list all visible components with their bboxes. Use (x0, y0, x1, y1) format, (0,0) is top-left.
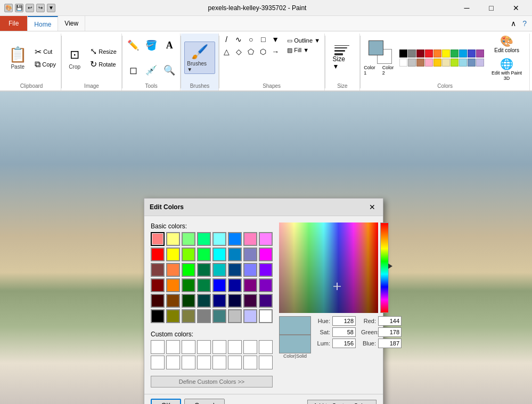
shape-arrow[interactable]: → (269, 46, 281, 57)
palette-color-top-8[interactable] (468, 50, 476, 57)
color-picker-button[interactable]: 💉 (143, 62, 160, 78)
custom-color-8[interactable] (151, 356, 165, 369)
help-icon[interactable]: ? (519, 18, 530, 29)
tab-file[interactable]: File (0, 16, 28, 31)
palette-color-bottom-5[interactable] (442, 59, 450, 67)
shape-triangle[interactable]: △ (220, 46, 232, 57)
green-input[interactable] (378, 327, 402, 337)
cut-button[interactable]: ✂ Cut (32, 46, 59, 58)
tab-home[interactable]: Home (28, 16, 58, 31)
color1-swatch[interactable] (369, 40, 383, 55)
basic-color-29[interactable] (228, 278, 242, 292)
basic-color-20[interactable] (212, 263, 226, 277)
palette-color-bottom-3[interactable] (425, 59, 433, 67)
basic-color-46[interactable] (243, 309, 257, 323)
color-spectrum[interactable] (279, 222, 378, 313)
canvas-area[interactable]: Edit Colors ✕ Basic colors: Custom color… (0, 92, 532, 404)
custom-color-11[interactable] (197, 356, 211, 369)
shape-line[interactable]: / (220, 34, 232, 45)
fill-shape-button[interactable]: ▨ Fill ▼ (284, 46, 323, 55)
custom-color-15[interactable] (259, 356, 273, 369)
palette-color-top-3[interactable] (425, 50, 433, 57)
basic-color-13[interactable] (228, 248, 242, 261)
red-input[interactable] (378, 316, 402, 326)
basic-color-22[interactable] (243, 263, 257, 277)
edit-colors-button[interactable]: 🎨 Edit colors (487, 34, 526, 54)
basic-color-45[interactable] (228, 309, 242, 323)
tab-view[interactable]: View (58, 16, 85, 31)
palette-color-bottom-4[interactable] (433, 59, 441, 67)
edit-with-paint3d-button[interactable]: 🌐 Edit with Paint 3D (487, 56, 526, 82)
basic-color-37[interactable] (228, 294, 242, 308)
crop-button[interactable]: ⊡ Crop (64, 45, 85, 71)
palette-color-bottom-7[interactable] (459, 59, 467, 67)
quick-redo[interactable]: ↪ (36, 4, 45, 12)
basic-color-33[interactable] (166, 294, 180, 308)
palette-color-bottom-2[interactable] (416, 59, 424, 67)
shape-oval[interactable]: ○ (245, 34, 257, 45)
shape-pentagon[interactable]: ⬠ (245, 46, 257, 57)
pencil-button[interactable]: ✏️ (125, 37, 142, 53)
custom-color-4[interactable] (212, 340, 226, 354)
cancel-button[interactable]: Cancel (184, 399, 224, 404)
basic-color-17[interactable] (166, 263, 180, 277)
copy-button[interactable]: ⧉ Copy (32, 59, 59, 70)
basic-color-41[interactable] (166, 309, 180, 323)
ribbon-collapse[interactable]: ∧ (508, 18, 519, 29)
basic-color-40[interactable] (151, 309, 165, 323)
palette-color-top-7[interactable] (459, 50, 467, 57)
outline-button[interactable]: ▭ Outline ▼ (284, 36, 323, 45)
shape-diamond[interactable]: ◇ (233, 46, 244, 57)
palette-color-top-0[interactable] (399, 50, 407, 57)
basic-color-18[interactable] (182, 263, 195, 277)
basic-color-8[interactable] (151, 248, 165, 261)
custom-color-6[interactable] (243, 340, 257, 354)
basic-color-11[interactable] (197, 248, 211, 261)
blue-input[interactable] (378, 339, 402, 348)
palette-color-bottom-6[interactable] (451, 59, 459, 67)
basic-color-44[interactable] (212, 309, 226, 323)
palette-color-top-5[interactable] (442, 50, 450, 57)
custom-color-10[interactable] (182, 356, 195, 369)
basic-color-7[interactable] (259, 232, 273, 246)
basic-color-36[interactable] (212, 294, 226, 308)
maximize-button[interactable]: □ (479, 0, 503, 16)
basic-color-9[interactable] (166, 248, 180, 261)
hue-bar[interactable] (380, 222, 389, 313)
resize-button[interactable]: ⤡ Resize (87, 45, 119, 57)
palette-color-bottom-8[interactable] (468, 59, 476, 67)
palette-color-top-4[interactable] (433, 50, 441, 57)
basic-color-34[interactable] (182, 294, 195, 308)
shape-more[interactable]: ▼ (269, 34, 281, 45)
custom-color-9[interactable] (166, 356, 180, 369)
basic-color-35[interactable] (197, 294, 211, 308)
shape-hexagon[interactable]: ⬡ (257, 46, 269, 57)
eraser-button[interactable]: ◻ (125, 62, 142, 78)
basic-color-26[interactable] (182, 278, 195, 292)
palette-color-top-6[interactable] (451, 50, 459, 57)
basic-color-27[interactable] (197, 278, 211, 292)
palette-color-bottom-1[interactable] (408, 59, 416, 67)
sat-input[interactable] (332, 327, 356, 337)
minimize-button[interactable]: ─ (455, 0, 479, 16)
quick-save[interactable]: 💾 (15, 4, 23, 12)
custom-color-14[interactable] (243, 356, 257, 369)
basic-color-28[interactable] (212, 278, 226, 292)
basic-color-19[interactable] (197, 263, 211, 277)
basic-color-0[interactable] (151, 232, 165, 246)
add-to-custom-button[interactable]: Add to Custom Colors (307, 400, 377, 404)
basic-color-39[interactable] (259, 294, 273, 308)
quick-undo[interactable]: ↩ (26, 4, 34, 12)
basic-color-10[interactable] (182, 248, 195, 261)
custom-color-7[interactable] (259, 340, 273, 354)
basic-color-14[interactable] (243, 248, 257, 261)
quick-dropdown[interactable]: ▼ (47, 4, 55, 12)
define-custom-colors-button[interactable]: Define Custom Colors >> (151, 376, 273, 387)
basic-color-3[interactable] (197, 232, 211, 246)
zoom-button[interactable]: 🔍 (161, 62, 178, 78)
basic-color-47[interactable] (259, 309, 273, 323)
palette-color-bottom-0[interactable] (399, 59, 407, 67)
lum-input[interactable] (332, 339, 356, 348)
size-button[interactable]: Size ▼ (329, 44, 357, 71)
rotate-button[interactable]: ↻ Rotate (87, 58, 119, 70)
